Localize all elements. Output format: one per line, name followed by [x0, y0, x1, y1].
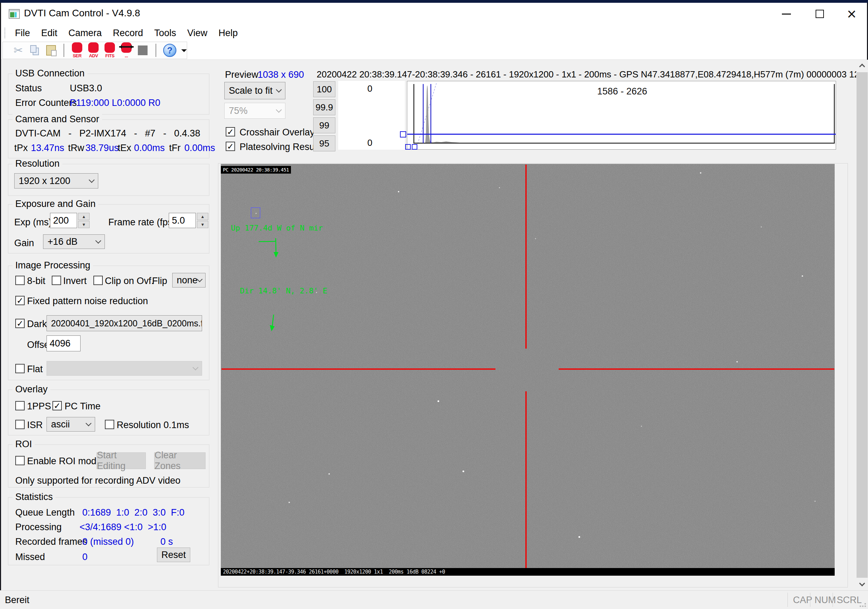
clip-label: Clip on Ovf. — [105, 276, 154, 287]
stop-button[interactable] — [137, 42, 149, 59]
flip-select[interactable]: none — [172, 273, 206, 287]
menu-help[interactable]: Help — [213, 25, 243, 41]
invert-checkbox[interactable] — [52, 276, 61, 285]
isr-checkbox[interactable] — [15, 420, 25, 429]
percentile-99-button[interactable]: 99 — [313, 117, 335, 133]
percentile-100-button[interactable]: 100 — [313, 81, 335, 97]
histogram-panel: 1586 - 2626 — [407, 81, 836, 150]
histogram-chart: 1586 - 2626 — [407, 81, 836, 149]
toolbar-separator — [64, 44, 64, 57]
exp-stepper[interactable]: ▲▼ — [78, 213, 90, 228]
scissors-icon: ✂ — [14, 45, 23, 56]
fps-stepper[interactable]: ▲▼ — [197, 213, 208, 228]
up-arrow-icon[interactable]: ▲ — [78, 213, 90, 220]
record-more-button[interactable]: ... — [121, 42, 132, 59]
usb-error-value: P119:000 L0:0000 R0 — [70, 98, 160, 108]
percentile-95-button[interactable]: 95 — [313, 135, 335, 151]
close-icon: × — [847, 6, 857, 22]
invert-label: Invert — [63, 276, 87, 287]
gain-select[interactable]: +16 dB — [43, 234, 105, 249]
record-fits-icon — [104, 42, 115, 53]
menu-tools[interactable]: Tools — [149, 25, 181, 41]
exp-input[interactable] — [50, 213, 77, 228]
resolution01-checkbox[interactable] — [105, 420, 114, 429]
menu-file[interactable]: File — [9, 25, 36, 41]
recorded-frames-value: 0 (missed 0) — [82, 536, 134, 547]
level-handle[interactable] — [400, 131, 406, 138]
camera-sensor-title: Camera and Sensor — [12, 114, 102, 125]
resolution-select[interactable]: 1920 x 1200 — [14, 173, 98, 189]
platesolving-checkbox[interactable] — [226, 142, 235, 151]
minimize-button[interactable] — [770, 3, 803, 25]
isr-label: ISR — [27, 420, 43, 431]
offset-input[interactable] — [46, 335, 81, 351]
record-fits-button[interactable]: FITS — [104, 42, 116, 59]
down-arrow-icon[interactable]: ▼ — [78, 221, 90, 228]
scroll-up-button[interactable] — [856, 60, 868, 71]
toolbar-overflow-icon[interactable] — [181, 49, 187, 55]
preview-image[interactable]: PC 20200422 20:38:39.451 Up 177.4d W of … — [221, 164, 835, 576]
dark-file-select[interactable]: 20200401_1920x1200_16dB_0200ms.fits — [46, 315, 202, 331]
resolution-title: Resolution — [12, 158, 62, 169]
chevron-down-icon — [276, 87, 282, 93]
clip-checkbox[interactable] — [93, 276, 103, 285]
pc-time-overlay: PC 20200422 20:38:39.451 — [221, 166, 291, 174]
up-arrow-icon[interactable]: ▲ — [197, 213, 208, 220]
stop-icon — [138, 45, 147, 55]
menu-camera[interactable]: Camera — [63, 25, 107, 41]
orientation-annotation: Up 177.4d W of N mir — [231, 223, 323, 232]
exposure-gain-title: Exposure and Gain — [12, 198, 98, 209]
cut-button[interactable]: ✂ — [12, 42, 24, 59]
percentile-99-9-button[interactable]: 99.9 — [313, 99, 335, 115]
toolbar-separator-2 — [155, 44, 156, 57]
high-marker-handle[interactable] — [412, 144, 417, 150]
scale-mode-select[interactable]: Scale to fit — [224, 82, 285, 99]
maximize-button[interactable] — [803, 3, 836, 25]
fpn-checkbox[interactable] — [15, 296, 25, 305]
flat-checkbox[interactable] — [15, 364, 25, 373]
8bit-checkbox[interactable] — [15, 276, 25, 285]
crosshair-horizontal-left — [222, 368, 496, 370]
tpx-label: tPx — [14, 143, 28, 153]
scroll-down-button[interactable] — [856, 578, 868, 590]
low-marker-handle[interactable] — [405, 144, 411, 150]
pc-time-checkbox[interactable] — [53, 401, 62, 411]
vertical-scrollbar[interactable] — [856, 60, 868, 590]
1pps-checkbox[interactable] — [15, 401, 25, 411]
record-adv-button[interactable]: ADV — [88, 42, 99, 59]
close-button[interactable]: × — [835, 3, 868, 25]
roi-title: ROI — [12, 439, 35, 449]
menu-edit[interactable]: Edit — [36, 25, 63, 41]
menu-view[interactable]: View — [181, 25, 213, 41]
trw-value: 38.79us — [85, 143, 119, 153]
record-ser-icon — [72, 42, 82, 53]
copy-button[interactable] — [29, 42, 40, 59]
chevron-down-icon — [89, 177, 95, 183]
scrollbar-thumb[interactable] — [857, 72, 868, 578]
zoom-select[interactable]: 75% — [224, 103, 285, 119]
flat-file-select[interactable] — [46, 361, 202, 376]
isr-format-select[interactable]: ascii — [46, 417, 95, 432]
paste-button[interactable] — [45, 42, 57, 59]
image-processing-group: Image Processing 8-bit Invert Clip on Ov… — [8, 266, 209, 380]
reset-button[interactable]: Reset — [157, 547, 190, 562]
clear-zones-button[interactable]: Clear Zones — [154, 452, 206, 469]
crosshair-horizontal-right — [559, 368, 834, 370]
record-ser-button[interactable]: SER — [71, 42, 83, 59]
enable-roi-checkbox[interactable] — [15, 456, 25, 465]
usb-connection-group: USB Connection Status USB3.0 Error Count… — [8, 74, 209, 115]
hist-axis-min: 0 — [367, 138, 372, 148]
menu-record[interactable]: Record — [107, 25, 149, 41]
resize-grip[interactable] — [860, 601, 866, 607]
queue-length-value: 0:1689 1:0 2:0 3:0 F:0 — [82, 507, 184, 518]
help-button[interactable]: ? — [163, 42, 177, 59]
fps-input[interactable] — [169, 213, 196, 228]
chevron-down-icon — [193, 364, 198, 370]
down-arrow-icon[interactable]: ▼ — [197, 221, 208, 228]
start-editing-button[interactable]: Start Editing — [96, 452, 146, 469]
dark-checkbox[interactable] — [15, 319, 25, 328]
pc-time-label: PC Time — [65, 401, 101, 412]
menubar-grip[interactable] — [5, 28, 5, 38]
crosshair-overlay-checkbox[interactable] — [226, 127, 235, 136]
tfr-label: tFr — [169, 143, 181, 153]
